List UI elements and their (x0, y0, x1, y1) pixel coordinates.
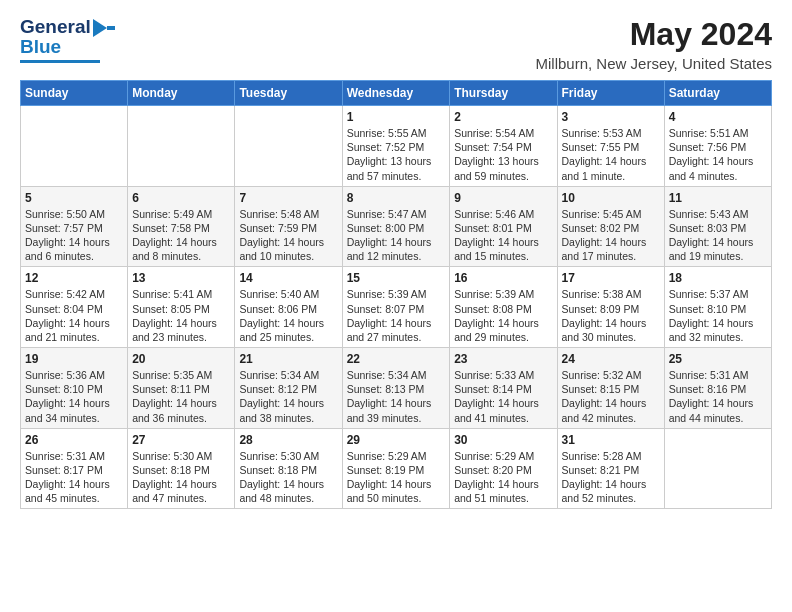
day-info: Sunrise: 5:39 AM Sunset: 8:07 PM Dayligh… (347, 287, 446, 344)
calendar-week-row: 26Sunrise: 5:31 AM Sunset: 8:17 PM Dayli… (21, 428, 772, 509)
day-info: Sunrise: 5:54 AM Sunset: 7:54 PM Dayligh… (454, 126, 552, 183)
day-number: 6 (132, 191, 230, 205)
day-number: 5 (25, 191, 123, 205)
day-info: Sunrise: 5:50 AM Sunset: 7:57 PM Dayligh… (25, 207, 123, 264)
calendar-day-12: 12Sunrise: 5:42 AM Sunset: 8:04 PM Dayli… (21, 267, 128, 348)
day-info: Sunrise: 5:34 AM Sunset: 8:13 PM Dayligh… (347, 368, 446, 425)
svg-rect-1 (107, 26, 115, 30)
day-info: Sunrise: 5:32 AM Sunset: 8:15 PM Dayligh… (562, 368, 660, 425)
day-info: Sunrise: 5:53 AM Sunset: 7:55 PM Dayligh… (562, 126, 660, 183)
day-number: 1 (347, 110, 446, 124)
day-number: 15 (347, 271, 446, 285)
calendar-day-21: 21Sunrise: 5:34 AM Sunset: 8:12 PM Dayli… (235, 348, 342, 429)
day-info: Sunrise: 5:28 AM Sunset: 8:21 PM Dayligh… (562, 449, 660, 506)
day-number: 27 (132, 433, 230, 447)
calendar-day-26: 26Sunrise: 5:31 AM Sunset: 8:17 PM Dayli… (21, 428, 128, 509)
day-info: Sunrise: 5:43 AM Sunset: 8:03 PM Dayligh… (669, 207, 767, 264)
day-number: 29 (347, 433, 446, 447)
day-number: 11 (669, 191, 767, 205)
day-info: Sunrise: 5:41 AM Sunset: 8:05 PM Dayligh… (132, 287, 230, 344)
calendar-day-10: 10Sunrise: 5:45 AM Sunset: 8:02 PM Dayli… (557, 186, 664, 267)
day-info: Sunrise: 5:45 AM Sunset: 8:02 PM Dayligh… (562, 207, 660, 264)
day-number: 30 (454, 433, 552, 447)
page-header: General Blue May 2024 Millburn, New Jers… (20, 16, 772, 72)
calendar-day-empty (128, 106, 235, 187)
day-number: 4 (669, 110, 767, 124)
day-number: 12 (25, 271, 123, 285)
col-header-wednesday: Wednesday (342, 81, 450, 106)
day-info: Sunrise: 5:33 AM Sunset: 8:14 PM Dayligh… (454, 368, 552, 425)
calendar-week-row: 19Sunrise: 5:36 AM Sunset: 8:10 PM Dayli… (21, 348, 772, 429)
calendar-day-2: 2Sunrise: 5:54 AM Sunset: 7:54 PM Daylig… (450, 106, 557, 187)
col-header-friday: Friday (557, 81, 664, 106)
day-info: Sunrise: 5:31 AM Sunset: 8:16 PM Dayligh… (669, 368, 767, 425)
day-number: 8 (347, 191, 446, 205)
calendar-day-25: 25Sunrise: 5:31 AM Sunset: 8:16 PM Dayli… (664, 348, 771, 429)
logo: General Blue (20, 16, 115, 63)
calendar-day-15: 15Sunrise: 5:39 AM Sunset: 8:07 PM Dayli… (342, 267, 450, 348)
day-info: Sunrise: 5:39 AM Sunset: 8:08 PM Dayligh… (454, 287, 552, 344)
day-info: Sunrise: 5:30 AM Sunset: 8:18 PM Dayligh… (132, 449, 230, 506)
day-number: 26 (25, 433, 123, 447)
day-info: Sunrise: 5:34 AM Sunset: 8:12 PM Dayligh… (239, 368, 337, 425)
calendar-day-11: 11Sunrise: 5:43 AM Sunset: 8:03 PM Dayli… (664, 186, 771, 267)
day-number: 22 (347, 352, 446, 366)
calendar-day-4: 4Sunrise: 5:51 AM Sunset: 7:56 PM Daylig… (664, 106, 771, 187)
day-number: 14 (239, 271, 337, 285)
calendar-week-row: 5Sunrise: 5:50 AM Sunset: 7:57 PM Daylig… (21, 186, 772, 267)
day-number: 13 (132, 271, 230, 285)
calendar-day-28: 28Sunrise: 5:30 AM Sunset: 8:18 PM Dayli… (235, 428, 342, 509)
col-header-saturday: Saturday (664, 81, 771, 106)
day-number: 3 (562, 110, 660, 124)
calendar-day-18: 18Sunrise: 5:37 AM Sunset: 8:10 PM Dayli… (664, 267, 771, 348)
calendar-day-22: 22Sunrise: 5:34 AM Sunset: 8:13 PM Dayli… (342, 348, 450, 429)
day-number: 7 (239, 191, 337, 205)
day-info: Sunrise: 5:30 AM Sunset: 8:18 PM Dayligh… (239, 449, 337, 506)
day-number: 25 (669, 352, 767, 366)
day-info: Sunrise: 5:36 AM Sunset: 8:10 PM Dayligh… (25, 368, 123, 425)
day-info: Sunrise: 5:46 AM Sunset: 8:01 PM Dayligh… (454, 207, 552, 264)
day-info: Sunrise: 5:55 AM Sunset: 7:52 PM Dayligh… (347, 126, 446, 183)
day-info: Sunrise: 5:38 AM Sunset: 8:09 PM Dayligh… (562, 287, 660, 344)
col-header-tuesday: Tuesday (235, 81, 342, 106)
day-info: Sunrise: 5:31 AM Sunset: 8:17 PM Dayligh… (25, 449, 123, 506)
calendar-day-24: 24Sunrise: 5:32 AM Sunset: 8:15 PM Dayli… (557, 348, 664, 429)
calendar-week-row: 1Sunrise: 5:55 AM Sunset: 7:52 PM Daylig… (21, 106, 772, 187)
calendar-week-row: 12Sunrise: 5:42 AM Sunset: 8:04 PM Dayli… (21, 267, 772, 348)
calendar-day-14: 14Sunrise: 5:40 AM Sunset: 8:06 PM Dayli… (235, 267, 342, 348)
logo-underline (20, 60, 100, 63)
calendar-day-5: 5Sunrise: 5:50 AM Sunset: 7:57 PM Daylig… (21, 186, 128, 267)
day-number: 31 (562, 433, 660, 447)
day-info: Sunrise: 5:51 AM Sunset: 7:56 PM Dayligh… (669, 126, 767, 183)
calendar-day-31: 31Sunrise: 5:28 AM Sunset: 8:21 PM Dayli… (557, 428, 664, 509)
day-number: 19 (25, 352, 123, 366)
day-number: 2 (454, 110, 552, 124)
calendar-day-17: 17Sunrise: 5:38 AM Sunset: 8:09 PM Dayli… (557, 267, 664, 348)
location-subtitle: Millburn, New Jersey, United States (536, 55, 772, 72)
logo-general: General (20, 16, 91, 38)
calendar-day-8: 8Sunrise: 5:47 AM Sunset: 8:00 PM Daylig… (342, 186, 450, 267)
col-header-monday: Monday (128, 81, 235, 106)
calendar-day-9: 9Sunrise: 5:46 AM Sunset: 8:01 PM Daylig… (450, 186, 557, 267)
day-info: Sunrise: 5:29 AM Sunset: 8:19 PM Dayligh… (347, 449, 446, 506)
col-header-sunday: Sunday (21, 81, 128, 106)
calendar-day-16: 16Sunrise: 5:39 AM Sunset: 8:08 PM Dayli… (450, 267, 557, 348)
calendar-day-23: 23Sunrise: 5:33 AM Sunset: 8:14 PM Dayli… (450, 348, 557, 429)
calendar-day-6: 6Sunrise: 5:49 AM Sunset: 7:58 PM Daylig… (128, 186, 235, 267)
day-number: 20 (132, 352, 230, 366)
calendar-table: SundayMondayTuesdayWednesdayThursdayFrid… (20, 80, 772, 509)
svg-marker-0 (93, 19, 107, 37)
calendar-day-13: 13Sunrise: 5:41 AM Sunset: 8:05 PM Dayli… (128, 267, 235, 348)
day-info: Sunrise: 5:48 AM Sunset: 7:59 PM Dayligh… (239, 207, 337, 264)
calendar-day-empty (664, 428, 771, 509)
calendar-day-1: 1Sunrise: 5:55 AM Sunset: 7:52 PM Daylig… (342, 106, 450, 187)
calendar-day-20: 20Sunrise: 5:35 AM Sunset: 8:11 PM Dayli… (128, 348, 235, 429)
day-info: Sunrise: 5:40 AM Sunset: 8:06 PM Dayligh… (239, 287, 337, 344)
logo-blue: Blue (20, 36, 61, 58)
day-info: Sunrise: 5:49 AM Sunset: 7:58 PM Dayligh… (132, 207, 230, 264)
calendar-day-30: 30Sunrise: 5:29 AM Sunset: 8:20 PM Dayli… (450, 428, 557, 509)
day-info: Sunrise: 5:37 AM Sunset: 8:10 PM Dayligh… (669, 287, 767, 344)
day-number: 16 (454, 271, 552, 285)
title-block: May 2024 Millburn, New Jersey, United St… (536, 16, 772, 72)
calendar-day-7: 7Sunrise: 5:48 AM Sunset: 7:59 PM Daylig… (235, 186, 342, 267)
